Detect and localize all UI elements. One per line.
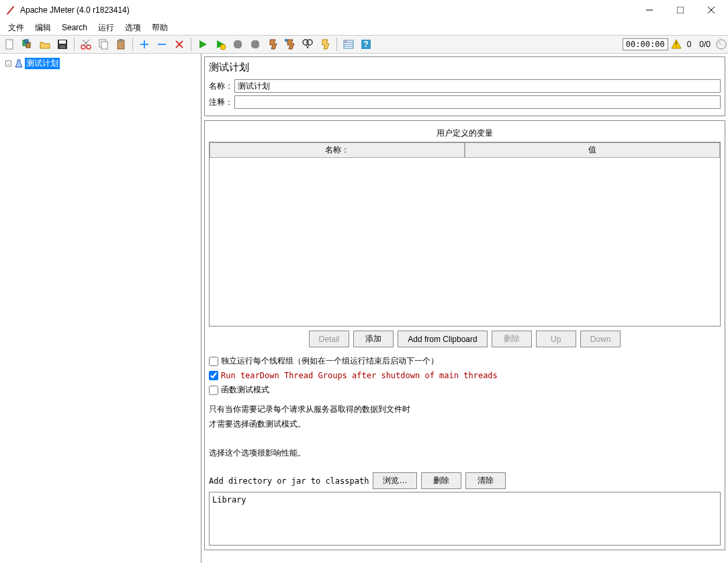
save-icon[interactable] bbox=[54, 36, 71, 52]
svg-rect-9 bbox=[59, 40, 66, 44]
up-button[interactable]: Up bbox=[536, 331, 576, 347]
down-button[interactable]: Down bbox=[580, 331, 621, 347]
start-no-timers-icon[interactable] bbox=[212, 36, 228, 52]
maximize-button[interactable] bbox=[665, 0, 696, 20]
toolbar: ? 00:00:00 ! 0 0/0 bbox=[0, 35, 728, 54]
menu-edit[interactable]: 编辑 bbox=[30, 21, 56, 35]
title-bar: Apache JMeter (4.0 r1823414) bbox=[0, 0, 728, 20]
gauge-icon bbox=[716, 39, 727, 50]
test-plan-icon bbox=[14, 59, 24, 69]
clear-all-icon[interactable] bbox=[282, 36, 298, 52]
add-clipboard-button[interactable]: Add from Clipboard bbox=[398, 331, 487, 347]
detail-button[interactable]: Detail bbox=[309, 331, 350, 347]
serial-label: 独立运行每个线程组（例如在一个组运行结束后启动下一个） bbox=[221, 355, 439, 367]
functional-label: 函数测试模式 bbox=[221, 384, 269, 396]
open-icon[interactable] bbox=[37, 36, 53, 52]
editor-panel: 测试计划 名称： 注释： 用户定义的变量 名称： 值 bbox=[201, 54, 728, 563]
svg-point-27 bbox=[307, 40, 312, 45]
vars-caption: 用户定义的变量 bbox=[209, 125, 721, 142]
library-header: Library bbox=[212, 495, 717, 505]
vars-col-value: 值 bbox=[465, 142, 720, 158]
paste-icon[interactable] bbox=[113, 36, 129, 52]
tree-root-label: 测试计划 bbox=[25, 58, 60, 69]
warning-icon: ! bbox=[671, 39, 682, 50]
tree-root-node[interactable]: - 测试计划 bbox=[0, 56, 201, 71]
vars-col-name: 名称： bbox=[210, 142, 465, 158]
info-line-2: 才需要选择函数测试模式。 bbox=[209, 417, 721, 432]
svg-rect-7 bbox=[25, 40, 28, 43]
classpath-delete-button[interactable]: 删除 bbox=[421, 472, 461, 489]
clear-icon[interactable] bbox=[265, 36, 281, 52]
svg-point-34 bbox=[345, 41, 347, 42]
svg-rect-18 bbox=[119, 39, 123, 42]
help-icon[interactable]: ? bbox=[358, 36, 374, 52]
name-input[interactable] bbox=[234, 79, 721, 93]
functional-checkbox[interactable] bbox=[209, 386, 218, 395]
delete-button[interactable]: 删除 bbox=[492, 331, 532, 347]
info-line-3: 选择这个选项很影响性能。 bbox=[209, 446, 721, 461]
menu-search[interactable]: Search bbox=[56, 21, 93, 34]
start-icon[interactable] bbox=[195, 36, 211, 52]
classpath-label: Add directory or jar to classpath bbox=[209, 476, 369, 486]
expand-icon[interactable] bbox=[136, 36, 152, 52]
menu-file[interactable]: 文件 bbox=[3, 21, 30, 35]
new-icon[interactable] bbox=[2, 36, 18, 52]
thread-count: 0/0 bbox=[696, 40, 713, 49]
svg-rect-10 bbox=[60, 45, 65, 48]
svg-rect-16 bbox=[101, 42, 107, 49]
templates-icon[interactable] bbox=[19, 36, 36, 52]
browse-button[interactable]: 浏览… bbox=[373, 472, 417, 489]
cut-icon[interactable] bbox=[78, 36, 94, 52]
reset-search-icon[interactable] bbox=[317, 36, 333, 52]
menu-bar: 文件 编辑 Search 运行 选项 帮助 bbox=[0, 20, 728, 35]
name-label: 名称： bbox=[209, 81, 234, 92]
test-plan-tree[interactable]: - 测试计划 bbox=[0, 54, 201, 563]
teardown-label: Run tearDown Thread Groups after shutdow… bbox=[221, 371, 498, 380]
vars-table[interactable]: 名称： 值 bbox=[209, 142, 721, 327]
library-list[interactable]: Library bbox=[209, 492, 721, 546]
app-icon bbox=[5, 5, 16, 15]
error-count: 0 bbox=[684, 40, 694, 49]
search-icon[interactable] bbox=[300, 36, 316, 52]
svg-line-39 bbox=[719, 42, 721, 44]
toggle-icon[interactable] bbox=[171, 36, 187, 52]
svg-text:!: ! bbox=[675, 41, 677, 48]
menu-help[interactable]: 帮助 bbox=[146, 21, 173, 35]
timer-display: 00:00:00 bbox=[623, 38, 668, 50]
close-button[interactable] bbox=[696, 0, 727, 20]
copy-icon[interactable] bbox=[95, 36, 111, 52]
shutdown-icon[interactable] bbox=[247, 36, 263, 52]
serial-checkbox[interactable] bbox=[209, 357, 218, 366]
panel-title: 测试计划 bbox=[209, 61, 721, 74]
info-line-1: 只有当你需要记录每个请求从服务器取得的数据到文件时 bbox=[209, 402, 721, 417]
window-title: Apache JMeter (4.0 r1823414) bbox=[20, 5, 634, 15]
teardown-checkbox[interactable] bbox=[209, 371, 218, 380]
vars-table-body[interactable] bbox=[210, 158, 720, 326]
stop-icon[interactable] bbox=[230, 36, 246, 52]
clear-button[interactable]: 清除 bbox=[465, 472, 506, 489]
svg-rect-1 bbox=[677, 7, 684, 13]
minimize-button[interactable] bbox=[634, 0, 665, 20]
svg-rect-25 bbox=[285, 39, 287, 42]
svg-text:?: ? bbox=[363, 40, 368, 49]
comment-input[interactable] bbox=[234, 95, 721, 109]
function-helper-icon[interactable] bbox=[340, 36, 357, 52]
svg-point-24 bbox=[220, 44, 226, 50]
menu-run[interactable]: 运行 bbox=[93, 21, 120, 35]
comment-label: 注释： bbox=[209, 97, 234, 108]
collapse-icon[interactable] bbox=[154, 36, 170, 52]
menu-options[interactable]: 选项 bbox=[120, 21, 146, 35]
tree-dash-icon: - bbox=[5, 60, 11, 67]
add-button[interactable]: 添加 bbox=[353, 331, 394, 347]
